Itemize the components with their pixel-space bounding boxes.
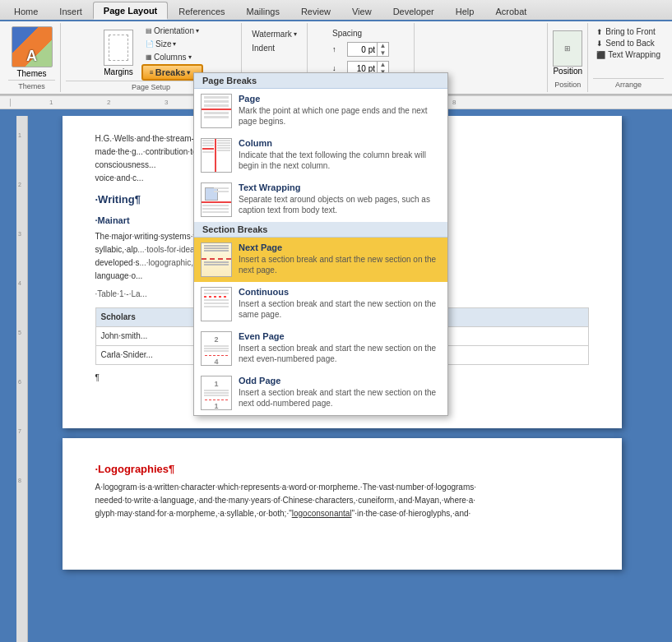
- next-page-break-item[interactable]: Next Page Insert a section break and sta…: [194, 238, 447, 282]
- text-wrapping-button[interactable]: ⬛ Text Wrapping: [593, 49, 664, 60]
- section-breaks-header: Section Breaks: [194, 222, 447, 238]
- themes-icon: A: [12, 26, 53, 67]
- spacing-before-arrows[interactable]: ▲ ▼: [377, 42, 388, 57]
- continuous-break-item[interactable]: Continuous Insert a section break and st…: [194, 282, 447, 326]
- text-wrapping-break-text: Text Wrapping Separate text around objec…: [239, 182, 441, 215]
- themes-group-label: Themes: [8, 80, 55, 90]
- column-break-text: Column Indicate that the text following …: [239, 138, 441, 171]
- themes-group: A Themes Themes: [3, 23, 61, 92]
- tab-bar: Home Insert Page Layout References Maili…: [0, 0, 672, 21]
- page-2: ·Logographies¶ A·logogram·is·a·written·c…: [63, 438, 622, 570]
- indent-button[interactable]: Indent: [248, 42, 301, 54]
- tab-developer[interactable]: Developer: [382, 2, 445, 20]
- after-icon: ↓: [332, 64, 344, 72]
- spacing-after-input[interactable]: [348, 64, 377, 73]
- right-groups: ⊞ Position Position ⬆ Bring to Front ⬇ S…: [547, 23, 669, 92]
- page-break-text: Page Mark the point at which one page en…: [239, 94, 441, 127]
- margins-icon: [104, 30, 133, 66]
- arrange-group-label: Arrange: [593, 78, 664, 89]
- tab-references[interactable]: References: [168, 2, 235, 20]
- spacing-before-input[interactable]: [348, 45, 377, 54]
- columns-button[interactable]: ▦ Columns ▾: [141, 51, 203, 63]
- margins-button[interactable]: Margins: [99, 28, 138, 78]
- page-2-text: A·logogram·is·a·written·character·which·…: [95, 481, 589, 520]
- even-page-break-item[interactable]: 2 4 Even Page Insert a section break and…: [194, 326, 447, 371]
- spacing-before-down[interactable]: ▼: [377, 49, 388, 57]
- tab-page-layout[interactable]: Page Layout: [93, 2, 168, 20]
- spacing-before-up[interactable]: ▲: [377, 42, 388, 49]
- size-button[interactable]: 📄 Size ▾: [141, 38, 203, 50]
- send-to-back-button[interactable]: ⬇ Send to Back: [593, 38, 664, 48]
- odd-page-break-text: Odd Page Insert a section break and star…: [239, 376, 441, 409]
- column-break-icon: [201, 138, 232, 173]
- vertical-ruler: 1 2 3 4 5 6 7 8: [16, 116, 28, 642]
- themes-button[interactable]: A Themes: [10, 25, 54, 80]
- text-wrapping-break-icon: [201, 182, 232, 217]
- text-wrapping-break-item[interactable]: Text Wrapping Separate text around objec…: [194, 178, 447, 222]
- themes-label: Themes: [16, 69, 46, 78]
- arrange-items: ⬆ Bring to Front ⬇ Send to Back ⬛ Text W…: [593, 26, 664, 60]
- page-breaks-header: Page Breaks: [194, 73, 447, 89]
- even-page-break-icon: 2 4: [201, 331, 232, 366]
- position-icon: ⊞: [553, 30, 582, 67]
- tab-review[interactable]: Review: [290, 2, 341, 20]
- spacing-after-up[interactable]: ▲: [377, 61, 388, 68]
- tab-insert[interactable]: Insert: [49, 2, 93, 20]
- column-break-item[interactable]: Column Indicate that the text following …: [194, 133, 447, 178]
- tab-acrobat[interactable]: Acrobat: [484, 2, 537, 20]
- tab-view[interactable]: View: [341, 2, 382, 20]
- bring-to-front-button[interactable]: ⬆ Bring to Front: [593, 26, 664, 37]
- odd-page-break-icon: 1 1: [201, 376, 232, 410]
- continuous-break-text: Continuous Insert a section break and st…: [239, 287, 441, 320]
- next-page-break-text: Next Page Insert a section break and sta…: [239, 242, 441, 275]
- position-group-label: Position: [553, 79, 582, 89]
- position-group: ⊞ Position Position: [547, 23, 588, 92]
- odd-page-break-item[interactable]: 1 1 Odd Page Insert a section break and …: [194, 371, 447, 415]
- watermark-button[interactable]: Watermark ▾: [248, 28, 301, 40]
- next-page-break-icon: [201, 242, 232, 277]
- tab-mailings[interactable]: Mailings: [236, 2, 290, 20]
- orientation-button[interactable]: ▤ Orientation ▾: [141, 25, 203, 37]
- page-break-item[interactable]: Page Mark the point at which one page en…: [194, 89, 447, 133]
- even-page-break-text: Even Page Insert a section break and sta…: [239, 331, 441, 364]
- spacing-before-spinbox[interactable]: ▲ ▼: [347, 42, 389, 57]
- position-button[interactable]: ⊞ Position: [553, 30, 582, 76]
- logographies-heading: ·Logographies¶: [95, 461, 589, 478]
- before-icon: ↑: [332, 45, 344, 53]
- tab-help[interactable]: Help: [445, 2, 485, 20]
- page-break-icon: [201, 94, 232, 128]
- tab-home[interactable]: Home: [3, 2, 49, 20]
- arrange-group: ⬆ Bring to Front ⬇ Send to Back ⬛ Text W…: [588, 23, 669, 92]
- margins-label: Margins: [104, 67, 133, 76]
- continuous-break-icon: [201, 287, 232, 321]
- breaks-dropdown: Page Breaks Page Mark the point at which…: [193, 72, 448, 416]
- spacing-before-label: Spacing: [332, 29, 373, 38]
